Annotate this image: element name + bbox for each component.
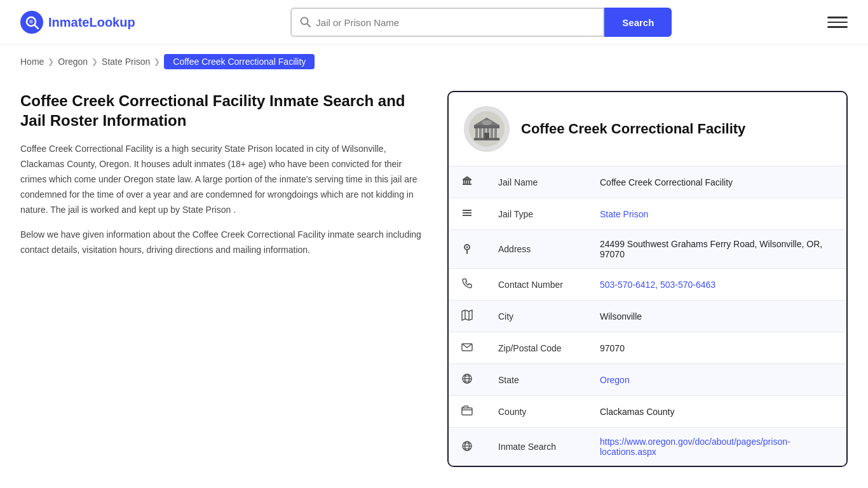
svg-rect-6: [475, 128, 478, 139]
row-value: 97070: [587, 332, 846, 364]
breadcrumb: Home ❯ Oregon ❯ State Prison ❯ Coffee Cr…: [0, 45, 868, 78]
svg-rect-7: [479, 128, 482, 139]
table-row: CityWilsonville: [449, 301, 846, 332]
facility-card: Coffee Creek Correctional Facility Jail …: [447, 91, 848, 467]
facility-thumbnail: [464, 106, 510, 152]
search-input[interactable]: [316, 17, 595, 28]
row-label: Address: [485, 230, 587, 269]
svg-line-4: [308, 24, 311, 27]
info-table: Jail NameCoffee Creek Correctional Facil…: [449, 166, 846, 466]
breadcrumb-chevron-1: ❯: [48, 57, 54, 66]
header: InmateLookup Search: [0, 0, 868, 45]
row-label: Jail Name: [485, 166, 587, 198]
svg-point-2: [29, 20, 33, 24]
row-icon: [449, 269, 485, 301]
card-title: Coffee Creek Correctional Facility: [521, 121, 745, 137]
row-label: State: [485, 364, 587, 396]
card-header: Coffee Creek Correctional Facility: [449, 92, 846, 166]
svg-point-28: [466, 246, 468, 248]
svg-marker-30: [462, 310, 472, 320]
svg-rect-22: [463, 179, 471, 180]
row-value[interactable]: https://www.oregon.gov/doc/about/pages/p…: [587, 428, 846, 466]
breadcrumb-oregon[interactable]: Oregon: [58, 57, 88, 67]
row-icon: [449, 301, 485, 332]
row-value[interactable]: Oregon: [587, 364, 846, 396]
breadcrumb-chevron-3: ❯: [154, 57, 160, 66]
row-value: 24499 Southwest Grahams Ferry Road, Wils…: [587, 230, 846, 269]
svg-marker-23: [463, 176, 471, 179]
row-value[interactable]: State Prison: [587, 198, 846, 230]
breadcrumb-state-prison[interactable]: State Prison: [102, 57, 150, 67]
search-area: Search: [290, 8, 672, 37]
row-label: City: [485, 301, 587, 332]
breadcrumb-active: Coffee Creek Correctional Facility: [164, 54, 315, 69]
logo[interactable]: InmateLookup: [20, 11, 135, 34]
breadcrumb-home[interactable]: Home: [20, 57, 44, 67]
row-icon: [449, 396, 485, 428]
row-icon: [449, 364, 485, 396]
svg-line-1: [34, 25, 38, 29]
table-row: Jail TypeState Prison: [449, 198, 846, 230]
table-row: CountyClackamas County: [449, 396, 846, 428]
search-button[interactable]: Search: [604, 8, 672, 37]
page-title: Coffee Creek Correctional Facility Inmat…: [20, 91, 427, 130]
table-row: Zip/Postal Code97070: [449, 332, 846, 364]
breadcrumb-chevron-2: ❯: [92, 57, 98, 66]
svg-rect-39: [462, 408, 472, 415]
row-value[interactable]: 503-570-6412, 503-570-6463: [587, 269, 846, 301]
search-icon: [299, 16, 311, 29]
row-label: Contact Number: [485, 269, 587, 301]
row-icon: [449, 332, 485, 364]
row-value: Wilsonville: [587, 301, 846, 332]
row-label: Zip/Postal Code: [485, 332, 587, 364]
description-1: Coffee Creek Correctional Facility is a …: [20, 142, 427, 217]
svg-rect-10: [491, 128, 493, 139]
row-label: County: [485, 396, 587, 428]
hamburger-menu[interactable]: [827, 12, 848, 32]
description-2: Below we have given information about th…: [20, 227, 427, 258]
svg-rect-17: [463, 184, 471, 185]
svg-rect-13: [474, 125, 499, 128]
row-label: Jail Type: [485, 198, 587, 230]
svg-point-15: [482, 120, 492, 125]
row-label: Inmate Search: [485, 428, 587, 466]
svg-rect-16: [484, 133, 489, 139]
table-row: StateOregon: [449, 364, 846, 396]
table-row: Jail NameCoffee Creek Correctional Facil…: [449, 166, 846, 198]
svg-rect-11: [494, 128, 497, 139]
logo-text: InmateLookup: [48, 15, 135, 30]
row-value: Coffee Creek Correctional Facility: [587, 166, 846, 198]
table-row: Address24499 Southwest Grahams Ferry Roa…: [449, 230, 846, 269]
logo-icon: [20, 11, 43, 34]
row-icon: [449, 166, 485, 198]
row-icon: [449, 198, 485, 230]
main-content: Coffee Creek Correctional Facility Inmat…: [0, 78, 868, 480]
search-input-wrap: [290, 8, 604, 37]
row-icon: [449, 230, 485, 269]
row-icon: [449, 428, 485, 466]
row-value: Clackamas County: [587, 396, 846, 428]
left-column: Coffee Creek Correctional Facility Inmat…: [20, 91, 427, 268]
table-row: Inmate Searchhttps://www.oregon.gov/doc/…: [449, 428, 846, 466]
table-row: Contact Number503-570-6412, 503-570-6463: [449, 269, 846, 301]
